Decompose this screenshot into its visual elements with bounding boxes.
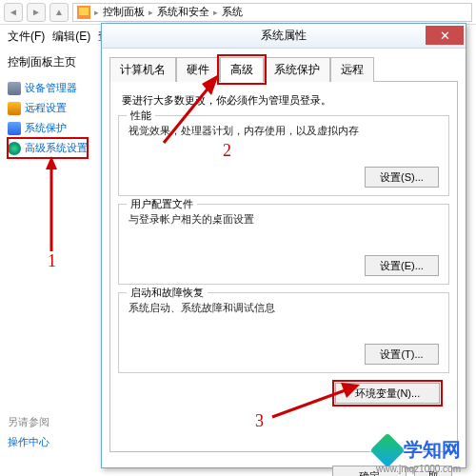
sidebar-item-advanced[interactable]: 高级系统设置 xyxy=(8,138,88,158)
startup-settings-button[interactable]: 设置(T)... xyxy=(365,344,439,365)
tab-computer-name[interactable]: 计算机名 xyxy=(109,57,176,82)
folder-icon xyxy=(77,6,90,19)
breadcrumb-item[interactable]: 系统和安全 xyxy=(157,5,209,19)
group-profiles: 用户配置文件 与登录帐户相关的桌面设置 设置(E)... xyxy=(118,204,449,285)
admin-warning: 要进行大多数更改，你必须作为管理员登录。 xyxy=(122,93,446,108)
profile-settings-button[interactable]: 设置(E)... xyxy=(365,255,439,276)
group-title: 用户配置文件 xyxy=(127,197,197,211)
cancel-button[interactable]: 取 xyxy=(414,466,452,476)
group-desc: 视觉效果，处理器计划，内存使用，以及虚拟内存 xyxy=(129,124,439,138)
group-title: 性能 xyxy=(127,109,155,123)
dialog-titlebar[interactable]: 系统属性 ✕ xyxy=(102,24,466,49)
group-desc: 系统启动、系统故障和调试信息 xyxy=(129,301,439,315)
menu-edit[interactable]: 编辑(E) xyxy=(52,29,90,45)
explorer-toolbar: ◄ ► ▲ ▸ 控制面板 ▸ 系统和安全 ▸ 系统 xyxy=(0,0,476,25)
sidepanel-title: 控制面板主页 xyxy=(8,54,88,70)
dialog-footer: 确定 取 xyxy=(102,460,466,476)
dialog-title-text: 系统属性 xyxy=(109,28,458,44)
group-desc: 与登录帐户相关的桌面设置 xyxy=(129,212,439,227)
sidebar-item-devmgr[interactable]: 设备管理器 xyxy=(8,78,88,98)
tab-protection[interactable]: 系统保护 xyxy=(264,57,330,82)
env-variables-button[interactable]: 环境变量(N)... xyxy=(335,383,440,404)
device-icon xyxy=(8,82,21,95)
system-properties-dialog: 系统属性 ✕ 计算机名 硬件 高级 系统保护 远程 要进行大多数更改，你必须作为… xyxy=(101,23,466,468)
breadcrumb[interactable]: ▸ 控制面板 ▸ 系统和安全 ▸ 系统 xyxy=(72,3,472,22)
ok-button[interactable]: 确定 xyxy=(332,466,407,476)
side-panel: 控制面板主页 设备管理器 远程设置 系统保护 高级系统设置 另请参阅 操作中心 xyxy=(0,49,95,476)
group-performance: 性能 视觉效果，处理器计划，内存使用，以及虚拟内存 设置(S)... xyxy=(118,115,449,196)
action-center-link[interactable]: 操作中心 xyxy=(8,435,88,449)
tab-advanced[interactable]: 高级 xyxy=(220,57,264,82)
close-button[interactable]: ✕ xyxy=(426,26,464,45)
perf-settings-button[interactable]: 设置(S)... xyxy=(365,167,439,188)
forward-button[interactable]: ► xyxy=(27,3,46,22)
breadcrumb-item[interactable]: 系统 xyxy=(222,5,243,19)
group-title: 启动和故障恢复 xyxy=(127,286,208,300)
shield-icon xyxy=(8,122,21,135)
group-startup: 启动和故障恢复 系统启动、系统故障和调试信息 设置(T)... xyxy=(118,292,449,373)
back-button[interactable]: ◄ xyxy=(4,3,23,22)
up-button[interactable]: ▲ xyxy=(50,3,69,22)
shield-icon xyxy=(8,142,21,155)
breadcrumb-item[interactable]: 控制面板 xyxy=(103,5,145,19)
sidebar-item-protection[interactable]: 系统保护 xyxy=(8,118,88,138)
tab-hardware[interactable]: 硬件 xyxy=(176,57,220,82)
menu-file[interactable]: 文件(F) xyxy=(8,29,45,45)
shield-icon xyxy=(8,102,21,115)
sidebar-item-remote[interactable]: 远程设置 xyxy=(8,98,88,118)
tab-remote[interactable]: 远程 xyxy=(330,57,374,82)
tab-panel-advanced: 要进行大多数更改，你必须作为管理员登录。 性能 视觉效果，处理器计划，内存使用，… xyxy=(109,81,458,452)
see-also-label: 另请参阅 xyxy=(8,415,88,429)
tab-strip: 计算机名 硬件 高级 系统保护 远程 xyxy=(102,49,466,81)
